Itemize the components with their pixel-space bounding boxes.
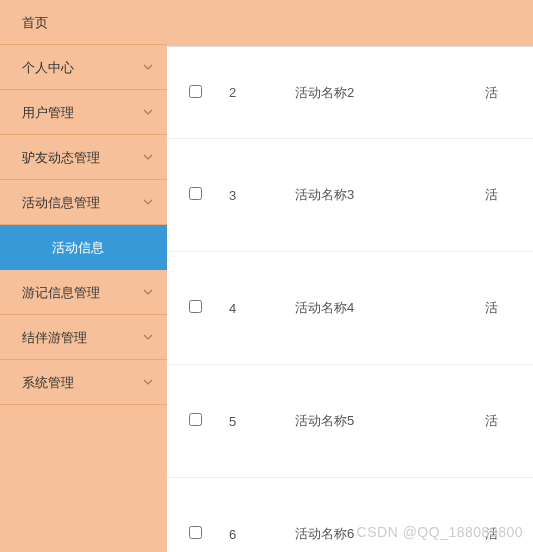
nav-dynamic-management[interactable]: 驴友动态管理	[0, 135, 167, 180]
chevron-down-icon	[143, 199, 153, 205]
row-checkbox[interactable]	[189, 85, 202, 98]
table-row: 3 活动名称3 活	[167, 139, 533, 252]
nav-label: 系统管理	[22, 375, 74, 390]
row-extra: 活	[445, 299, 533, 317]
row-number: 5	[223, 414, 295, 429]
nav-label: 用户管理	[22, 105, 74, 120]
nav-companion-management[interactable]: 结伴游管理	[0, 315, 167, 360]
row-name: 活动名称4	[295, 299, 445, 317]
chevron-down-icon	[143, 64, 153, 70]
row-number: 3	[223, 188, 295, 203]
nav-label: 活动信息	[52, 240, 104, 255]
row-checkbox[interactable]	[189, 187, 202, 200]
chevron-down-icon	[143, 109, 153, 115]
row-extra: 活	[445, 412, 533, 430]
chevron-down-icon	[143, 154, 153, 160]
row-number: 4	[223, 301, 295, 316]
row-number: 2	[223, 85, 295, 100]
row-name: 活动名称5	[295, 412, 445, 430]
chevron-down-icon	[143, 379, 153, 385]
row-checkbox[interactable]	[189, 300, 202, 313]
row-name: 活动名称3	[295, 186, 445, 204]
main-content: 2 活动名称2 活 3 活动名称3 活 4 活动名称4 活 5 活动名称5 活	[167, 46, 533, 552]
nav-user-management[interactable]: 用户管理	[0, 90, 167, 135]
chevron-down-icon	[143, 289, 153, 295]
table-row: 5 活动名称5 活	[167, 365, 533, 478]
nav-system-management[interactable]: 系统管理	[0, 360, 167, 405]
nav-label: 活动信息管理	[22, 195, 100, 210]
row-extra: 活	[445, 525, 533, 543]
row-checkbox[interactable]	[189, 413, 202, 426]
nav-home[interactable]: 首页	[0, 0, 167, 45]
row-name: 活动名称2	[295, 84, 445, 102]
row-name: 活动名称6	[295, 525, 445, 543]
table-row: 6 活动名称6 活	[167, 478, 533, 552]
table-row: 4 活动名称4 活	[167, 252, 533, 365]
activity-table: 2 活动名称2 活 3 活动名称3 活 4 活动名称4 活 5 活动名称5 活	[167, 47, 533, 552]
row-extra: 活	[445, 84, 533, 102]
nav-activity-info-management[interactable]: 活动信息管理	[0, 180, 167, 225]
nav-label: 结伴游管理	[22, 330, 87, 345]
nav-label: 驴友动态管理	[22, 150, 100, 165]
sidebar: 首页 个人中心 用户管理 驴友动态管理 活动信息管理 活动信息 游记信息管理 结…	[0, 0, 167, 552]
nav-activity-info[interactable]: 活动信息	[0, 225, 167, 270]
nav-label: 个人中心	[22, 60, 74, 75]
nav-personal-center[interactable]: 个人中心	[0, 45, 167, 90]
row-extra: 活	[445, 186, 533, 204]
nav-travel-notes-management[interactable]: 游记信息管理	[0, 270, 167, 315]
table-row: 2 活动名称2 活	[167, 47, 533, 139]
nav-label: 游记信息管理	[22, 285, 100, 300]
chevron-down-icon	[143, 334, 153, 340]
nav-label: 首页	[22, 15, 48, 30]
row-number: 6	[223, 527, 295, 542]
row-checkbox[interactable]	[189, 526, 202, 539]
